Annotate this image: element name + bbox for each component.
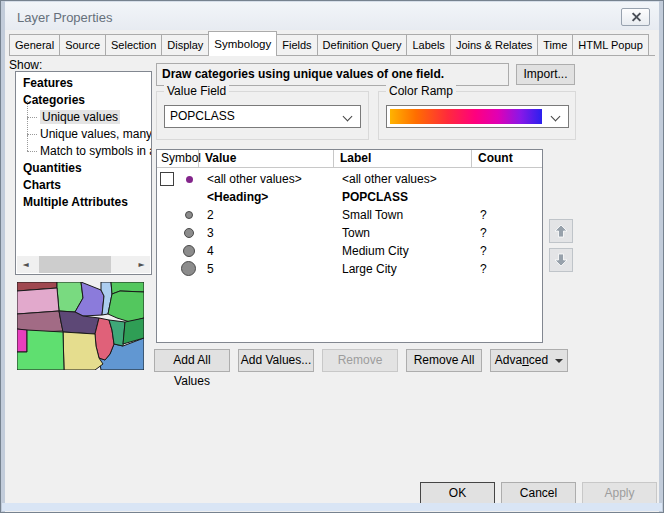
draw-method-description: Draw categories using unique values of o… [156, 63, 509, 86]
ok-button[interactable]: OK [420, 482, 495, 504]
color-ramp-group-label: Color Ramp [386, 84, 456, 98]
close-icon [630, 12, 641, 23]
apply-button[interactable]: Apply [582, 482, 657, 504]
remove-button[interactable]: Remove [322, 349, 398, 372]
cell-label: Medium City [342, 242, 409, 260]
color-ramp-combobox[interactable] [386, 105, 569, 128]
chevron-down-icon [343, 112, 353, 122]
move-up-button[interactable] [549, 219, 573, 243]
column-header-label[interactable]: Label [334, 150, 472, 167]
tab-display[interactable]: Display [161, 34, 209, 55]
cell-count: ? [480, 224, 487, 242]
table-row-class-5[interactable]: 5 Large City ? [157, 260, 542, 278]
column-header-count[interactable]: Count [472, 150, 542, 167]
tab-strip: General Source Selection Display Symbolo… [9, 32, 655, 56]
cell-count: ? [480, 206, 487, 224]
value-field-group-label: Value Field [164, 84, 229, 98]
value-field-combobox[interactable]: POPCLASS [164, 105, 361, 128]
window-resize-edge [2, 503, 662, 511]
table-row-all-other-values[interactable]: <all other values> <all other values> [157, 170, 542, 188]
tab-selection[interactable]: Selection [105, 34, 162, 55]
cell-label: Large City [342, 260, 397, 278]
cell-value: <all other values> [207, 170, 302, 188]
tree-item-categories[interactable]: Categories [16, 92, 151, 109]
value-field-selected: POPCLASS [170, 109, 235, 123]
tree-item-unique-values-many[interactable]: Unique values, many [16, 126, 151, 143]
graduated-circle-icon [184, 228, 194, 238]
title-bar[interactable]: Layer Properties [5, 2, 659, 30]
cell-value: 5 [207, 260, 214, 278]
close-button[interactable] [621, 8, 650, 26]
scroll-left-icon[interactable]: ◄ [17, 256, 34, 273]
arrow-down-icon [554, 253, 568, 267]
map-state [108, 291, 144, 322]
move-down-button[interactable] [549, 248, 573, 272]
window-title: Layer Properties [17, 10, 112, 25]
tab-joins-relates[interactable]: Joins & Relates [450, 34, 538, 55]
dropdown-arrow-icon [555, 359, 563, 363]
table-row-class-2[interactable]: 2 Small Town ? [157, 206, 542, 224]
table-row-class-4[interactable]: 4 Medium City ? [157, 242, 542, 260]
tree-item-match-to-symbols[interactable]: Match to symbols in a [16, 143, 151, 160]
tree-item-charts[interactable]: Charts [16, 177, 151, 194]
color-ramp-swatch [390, 109, 542, 124]
chevron-down-icon [551, 112, 561, 122]
layer-properties-dialog: Layer Properties General Source Selectio… [0, 0, 664, 513]
header-divider [157, 167, 542, 168]
graduated-circle-icon [185, 211, 193, 219]
advanced-label: Adva [495, 353, 522, 367]
advanced-accelerator: n [522, 353, 529, 367]
tree-item-unique-values[interactable]: Unique values [16, 109, 151, 126]
column-header-symbol[interactable]: Symbol [157, 150, 199, 167]
tab-definition-query[interactable]: Definition Query [317, 34, 408, 55]
map-state [17, 311, 63, 332]
map-state [17, 288, 59, 314]
import-button[interactable]: Import... [516, 64, 575, 85]
cell-value: 2 [207, 206, 214, 224]
cell-value: 3 [207, 224, 214, 242]
remove-all-button[interactable]: Remove All [406, 349, 482, 372]
show-tree-listbox: Features Categories Unique values Unique… [15, 71, 152, 275]
map-state [17, 329, 27, 352]
show-label: Show: [9, 58, 42, 72]
cell-count: ? [480, 242, 487, 260]
add-all-values-button[interactable]: Add All Values [154, 349, 230, 372]
add-values-button[interactable]: Add Values... [238, 349, 314, 372]
scrollbar-thumb[interactable] [39, 256, 111, 273]
table-row-class-3[interactable]: 3 Town ? [157, 224, 542, 242]
map-preview [17, 282, 144, 370]
tab-labels[interactable]: Labels [406, 34, 450, 55]
tab-time[interactable]: Time [537, 34, 573, 55]
advanced-label-end: ced [529, 353, 548, 367]
table-row-heading[interactable]: <Heading> POPCLASS [157, 188, 542, 206]
column-header-value[interactable]: Value [199, 150, 334, 167]
unique-values-table: Symbol Value Label Count <all other valu… [156, 149, 543, 343]
all-other-values-checkbox[interactable] [160, 172, 174, 186]
tab-html-popup[interactable]: HTML Popup [572, 34, 648, 55]
scroll-right-icon[interactable]: ► [133, 256, 150, 273]
tab-source[interactable]: Source [59, 34, 106, 55]
tab-symbology[interactable]: Symbology [208, 31, 277, 56]
arrow-up-icon [554, 224, 568, 238]
tree-horizontal-scrollbar[interactable]: ◄ ► [17, 256, 150, 273]
tree-item-features[interactable]: Features [16, 75, 151, 92]
tree-item-quantities[interactable]: Quantities [16, 160, 151, 177]
tree-item-multiple-attributes[interactable]: Multiple Attributes [16, 194, 151, 211]
cell-value: <Heading> [207, 188, 268, 206]
cell-label: POPCLASS [342, 188, 408, 206]
cell-label: <all other values> [342, 170, 437, 188]
tab-fields[interactable]: Fields [276, 34, 317, 55]
tab-general[interactable]: General [9, 34, 60, 55]
cancel-button[interactable]: Cancel [501, 482, 576, 504]
cell-label: Town [342, 224, 370, 242]
point-symbol-icon [186, 176, 193, 183]
advanced-button[interactable]: Advanced [490, 349, 568, 372]
cell-count: ? [480, 260, 487, 278]
graduated-circle-icon [181, 261, 196, 276]
cell-label: Small Town [342, 206, 403, 224]
graduated-circle-icon [183, 245, 195, 257]
cell-value: 4 [207, 242, 214, 260]
